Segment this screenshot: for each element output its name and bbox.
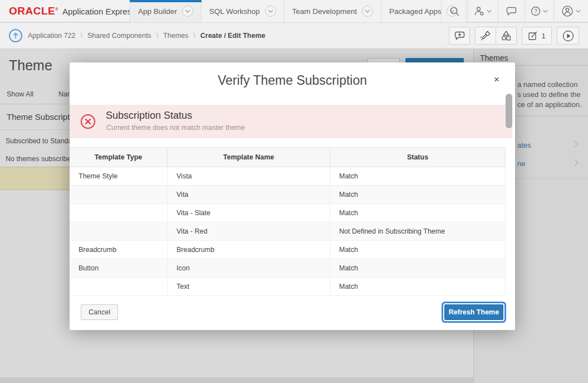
table-cell: Breadcrumb xyxy=(70,241,168,259)
svg-text:?: ? xyxy=(534,8,537,14)
breadcrumb-item: Create / Edit Theme xyxy=(200,32,266,40)
tab-menu-chevron-icon[interactable] xyxy=(265,6,276,17)
chevron-down-icon xyxy=(268,9,273,13)
search-icon[interactable] xyxy=(441,0,468,22)
shared-components-button[interactable] xyxy=(496,27,517,45)
feedback-icon[interactable] xyxy=(498,0,525,22)
play-icon xyxy=(562,30,574,42)
advisor-button[interactable] xyxy=(475,27,496,45)
table-cell: Vita - Red xyxy=(168,222,330,240)
table-cell: Match xyxy=(330,278,506,295)
sidebar-paragraph-line: ce of an application. xyxy=(517,100,582,109)
sidebar-paragraph-line: a named collection xyxy=(517,80,577,89)
table-cell: Icon xyxy=(168,259,330,277)
table-cell: Button xyxy=(70,259,168,277)
chevron-down-icon xyxy=(576,9,581,13)
brand: ORACLE® Application Express xyxy=(9,0,136,22)
breadcrumb-item[interactable]: Themes xyxy=(163,32,188,40)
table-cell: Vita - Slate xyxy=(168,204,330,222)
nav-tab-label: SQL Workshop xyxy=(209,7,260,16)
nav-tab-label: Team Development xyxy=(292,7,357,16)
nav-tab-label: App Builder xyxy=(138,7,177,16)
breadcrumb-item[interactable]: Application 722 xyxy=(28,32,75,40)
topbar-icons: ? xyxy=(441,0,588,22)
report-row-text: Subscribed to Standa xyxy=(6,137,72,145)
chevron-right-icon xyxy=(574,158,579,168)
table-cell: Vita xyxy=(168,186,330,203)
table-row: Vita - SlateMatch xyxy=(70,204,506,222)
dialog-title: Verify Theme Subscription xyxy=(70,73,515,88)
template-status-table: Template TypeTemplate NameStatusTheme St… xyxy=(70,147,506,296)
breadcrumb-separator: \ xyxy=(156,32,158,40)
chevron-down-icon xyxy=(185,9,190,13)
table-row: Theme StyleVistaMatch xyxy=(70,167,506,186)
breadcrumb-item[interactable]: Shared Components xyxy=(87,32,151,40)
refresh-theme-button[interactable]: Refresh Theme xyxy=(444,304,503,320)
column-header: Template Name xyxy=(168,148,330,167)
table-cell: Text xyxy=(168,278,330,295)
close-icon[interactable]: × xyxy=(489,72,504,87)
nav-tab-app-builder[interactable]: App Builder xyxy=(130,0,202,22)
chevron-down-icon xyxy=(487,9,492,13)
sidebar-link[interactable]: ates xyxy=(517,141,531,149)
comment-plus-icon xyxy=(454,31,465,41)
edit-page-button[interactable]: 1 xyxy=(522,27,552,45)
run-application-button[interactable] xyxy=(557,27,579,45)
oracle-logo: ORACLE® xyxy=(9,5,58,17)
main-nav-tabs: App BuilderSQL WorkshopTeam DevelopmentP… xyxy=(130,0,466,22)
table-cell xyxy=(70,278,168,295)
chevron-down-icon xyxy=(543,9,548,13)
subscription-status-alert: Subscription Status Current theme does n… xyxy=(70,105,512,138)
nav-tab-team-development[interactable]: Team Development xyxy=(285,0,381,22)
table-row: TextMatch xyxy=(70,278,506,296)
page-title: Theme xyxy=(9,57,52,74)
cancel-button[interactable]: Cancel xyxy=(81,304,118,320)
table-cell: Match xyxy=(330,186,506,203)
tab-menu-chevron-icon[interactable] xyxy=(362,6,373,17)
table-cell: Not Defined in Subscribing Theme xyxy=(330,222,506,240)
column-header: Status xyxy=(330,148,506,167)
nav-tab-sql-workshop[interactable]: SQL Workshop xyxy=(202,0,285,22)
edit-page-number: 1 xyxy=(541,32,545,40)
report-tabs: Show All Name xyxy=(7,90,77,98)
table-row: ButtonIconMatch xyxy=(70,259,506,278)
tab-show-all[interactable]: Show All xyxy=(7,90,33,98)
sidebar-paragraph-line: s used to define the xyxy=(517,90,580,99)
table-cell xyxy=(70,204,168,222)
alert-title: Subscription Status xyxy=(106,110,192,122)
table-row: VitaMatch xyxy=(70,186,506,204)
table-cell: Match xyxy=(330,259,506,277)
edit-page-icon xyxy=(528,31,538,41)
table-cell xyxy=(70,186,168,203)
feedback-comment-button[interactable] xyxy=(449,27,470,45)
up-level-icon[interactable] xyxy=(9,29,22,42)
table-cell: Vista xyxy=(168,167,330,185)
account-icon[interactable] xyxy=(553,0,588,22)
table-cell xyxy=(70,222,168,240)
administration-icon[interactable] xyxy=(468,0,498,22)
help-icon[interactable]: ? xyxy=(525,0,553,22)
error-circle-x-icon xyxy=(80,114,96,132)
table-cell: Match xyxy=(330,204,506,222)
chevron-down-icon xyxy=(365,9,370,13)
chevron-right-icon xyxy=(574,140,579,150)
column-header: Template Type xyxy=(70,148,168,167)
page-toolbar: 1 xyxy=(449,27,579,45)
alert-message: Current theme does not match master them… xyxy=(106,124,245,132)
table-cell: Match xyxy=(330,241,506,259)
report-row-text: No themes subscribe xyxy=(6,155,71,163)
table-cell: Breadcrumb xyxy=(168,241,330,259)
verify-theme-subscription-dialog: Verify Theme Subscription × Subscription… xyxy=(70,62,515,330)
breadcrumb-separator: \ xyxy=(193,32,195,40)
sidebar-title: Themes xyxy=(480,54,508,62)
table-cell: Match xyxy=(330,167,506,185)
region-title: Theme Subscriptio xyxy=(7,112,76,122)
scrollbar-thumb[interactable] xyxy=(506,94,512,128)
table-header-row: Template TypeTemplate NameStatus xyxy=(70,147,506,167)
breadcrumb: Application 722\Shared Components\Themes… xyxy=(28,23,265,49)
sidebar-link[interactable]: ne xyxy=(517,159,525,168)
nav-tab-label: Packaged Apps xyxy=(389,7,442,16)
table-row: BreadcrumbBreadcrumbMatch xyxy=(70,241,506,259)
breadcrumb-separator: \ xyxy=(80,32,82,40)
tab-menu-chevron-icon[interactable] xyxy=(182,6,193,17)
